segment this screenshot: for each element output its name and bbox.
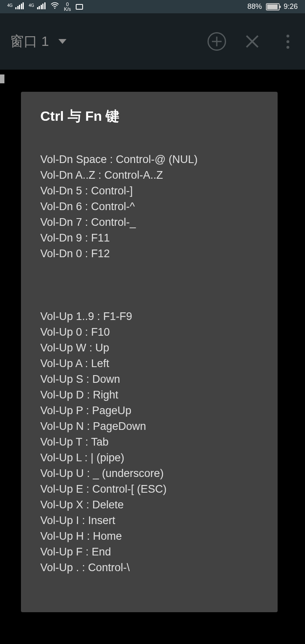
dialog-title: Ctrl 与 Fn 键 [40,107,258,126]
shortcut-line: Vol-Dn 6 : Control-^ [40,199,258,215]
tab-selector[interactable]: 窗口 1 [10,32,66,51]
shortcut-line: Vol-Up H : Home [40,528,258,544]
more-vert-icon [286,35,289,49]
shortcut-line: Vol-Up S : Down [40,372,258,387]
shortcut-line: Vol-Dn Space : Control-@ (NUL) [40,152,258,167]
shortcut-line: Vol-Up 1..9 : F1-F9 [40,309,258,324]
netspeed-value: 0 [66,2,69,7]
wifi-icon [50,1,59,12]
shortcut-line: Vol-Up T : Tab [40,434,258,450]
shortcut-line: Vol-Up 0 : F10 [40,324,258,340]
status-right: 88% 9:26 [247,2,298,11]
terminal-cursor [0,74,4,83]
shortcut-line: Vol-Up P : PageUp [40,403,258,419]
overflow-menu-button[interactable] [278,32,297,51]
shortcut-line: Vol-Dn 9 : F11 [40,230,258,246]
shortcut-line: Vol-Up D : Right [40,387,258,403]
shortcut-line: Vol-Up F : End [40,544,258,560]
shortcut-line: Vol-Up E : Control-[ (ESC) [40,481,258,497]
close-icon [244,33,260,50]
app-bar: 窗口 1 [0,13,305,70]
tab-title-label: 窗口 1 [10,32,49,51]
shortcut-line: Vol-Up W : Up [40,340,258,356]
shortcut-group-volup: Vol-Up 1..9 : F1-F9Vol-Up 0 : F10Vol-Up … [40,309,258,576]
shortcut-line: Vol-Up . : Control-\ [40,560,258,576]
battery-percent: 88% [247,2,262,11]
signal-1-label: 4G [7,3,12,8]
battery-icon [266,3,280,10]
spacer [40,277,258,293]
shortcut-line: Vol-Up A : Left [40,356,258,372]
shortcut-line: Vol-Up X : Delete [40,497,258,513]
status-left: 4G 4G 0 K/s [7,1,83,12]
help-dialog[interactable]: Ctrl 与 Fn 键 Vol-Dn Space : Control-@ (NU… [21,92,278,612]
screenshot-icon [76,4,83,10]
plus-circle-icon [207,32,226,51]
shortcut-line: Vol-Up U : _ (underscore) [40,466,258,481]
shortcut-line: Vol-Dn A..Z : Control-A..Z [40,167,258,183]
shortcut-line: Vol-Dn 5 : Control-] [40,183,258,199]
clock: 9:26 [284,2,298,11]
svg-point-0 [54,8,55,9]
close-button[interactable] [243,32,261,51]
dialog-body: Vol-Dn Space : Control-@ (NUL)Vol-Dn A..… [40,136,258,591]
netspeed-unit: K/s [64,7,71,12]
shortcut-line: Vol-Dn 0 : F12 [40,246,258,262]
chevron-down-icon [58,39,66,44]
signal-bars-icon [15,2,24,9]
shortcut-line: Vol-Dn 7 : Control-_ [40,215,258,230]
network-speed: 0 K/s [64,2,71,12]
shortcut-line: Vol-Up I : Insert [40,513,258,528]
signal-1: 4G [7,2,24,11]
signal-bars-icon [37,2,46,9]
app-bar-actions [207,32,297,51]
signal-2: 4G [29,2,45,11]
status-bar: 4G 4G 0 K/s 88% 9:26 [0,0,305,13]
add-tab-button[interactable] [207,32,226,51]
shortcut-line: Vol-Up L : | (pipe) [40,450,258,466]
shortcut-group-voldn: Vol-Dn Space : Control-@ (NUL)Vol-Dn A..… [40,152,258,262]
signal-2-label: 4G [29,3,34,8]
shortcut-line: Vol-Up N : PageDown [40,419,258,434]
